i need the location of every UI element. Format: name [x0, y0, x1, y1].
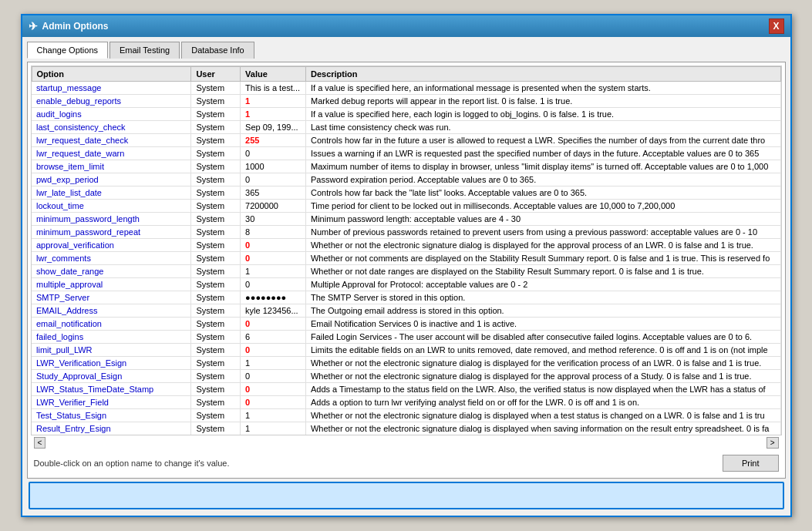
cell-user: System [191, 108, 241, 121]
table-row[interactable]: lwr_request_date_warnSystem0Issues a war… [32, 147, 780, 160]
cell-description: Whether or not the electronic signature … [305, 357, 780, 370]
scroll-left-arrow[interactable]: < [34, 437, 46, 449]
admin-options-window: ✈ Admin Options X Change Options Email T… [21, 14, 792, 517]
table-row[interactable]: Study_Approval_EsignSystem0Whether or no… [32, 370, 780, 383]
cell-option: last_consistency_check [32, 121, 191, 134]
title-bar: ✈ Admin Options X [22, 15, 790, 37]
table-row[interactable]: limit_pull_LWRSystem0Limits the editable… [32, 344, 780, 357]
table-row[interactable]: EMAIL_AddressSystemkyle 123456...The Out… [32, 304, 780, 318]
cell-option: SMTP_Server [32, 291, 191, 304]
table-row[interactable]: LWR_Status_TimeDate_StampSystem0Adds a T… [32, 383, 780, 396]
tab-database-info[interactable]: Database Info [181, 42, 254, 59]
cell-user: System [191, 278, 241, 291]
cell-user: System [191, 318, 241, 331]
cell-option: lwr_request_date_check [32, 134, 191, 147]
cell-value: 7200000 [241, 200, 306, 213]
cell-user: System [191, 331, 241, 344]
table-row[interactable]: approval_verificationSystem0Whether or n… [32, 239, 780, 252]
cell-value: 8 [241, 226, 306, 239]
cell-value: 0 [241, 344, 306, 357]
table-row[interactable]: lockout_timeSystem7200000Time period for… [32, 200, 780, 213]
cell-user: System [191, 370, 241, 383]
table-row[interactable]: SMTP_ServerSystem●●●●●●●●The SMTP Server… [32, 291, 780, 304]
cell-option: Test_Status_Esign [32, 409, 191, 422]
cell-value: 1 [241, 409, 306, 422]
cell-description: Marked debug reports will appear in the … [305, 95, 780, 108]
cell-description: Controls how far in the future a user is… [305, 134, 780, 147]
table-row[interactable]: show_date_rangeSystem1Whether or not dat… [32, 265, 780, 278]
cell-option: failed_logins [32, 331, 191, 344]
cell-value: 365 [241, 187, 306, 200]
tab-bar: Change Options Email Testing Database In… [27, 42, 786, 59]
cell-user: System [191, 121, 241, 134]
table-row[interactable]: enable_debug_reportsSystem1Marked debug … [32, 95, 780, 108]
table-row[interactable]: email_notificationSystem0Email Notificat… [32, 318, 780, 331]
cell-value: 0 [241, 278, 306, 291]
print-button[interactable]: Print [723, 455, 779, 472]
table-row[interactable]: browse_item_limitSystem1000Maximum numbe… [32, 160, 780, 173]
table-row[interactable]: LWR_Verification_EsignSystem1Whether or … [32, 357, 780, 370]
options-table-container[interactable]: Option User Value Description startup_me… [31, 66, 782, 435]
cell-option: lwr_late_list_date [32, 187, 191, 200]
cell-value: Sep 09, 199... [241, 121, 306, 134]
cell-option: Study_Approval_Esign [32, 370, 191, 383]
table-row[interactable]: last_consistency_checkSystemSep 09, 199.… [32, 121, 780, 134]
scroll-right-arrow[interactable]: > [767, 437, 779, 449]
cell-option: lwr_comments [32, 252, 191, 265]
close-button[interactable]: X [769, 18, 784, 34]
cell-user: System [191, 134, 241, 147]
cell-description: Number of previous passwords retained to… [305, 226, 780, 239]
col-header-option: Option [32, 67, 191, 82]
table-row[interactable]: audit_loginsSystem1If a value is specifi… [32, 108, 780, 121]
cell-value: 1 [241, 95, 306, 108]
cell-description: Adds a option to turn lwr verifying anal… [305, 396, 780, 409]
table-row[interactable]: startup_messageSystemThis is a test...If… [32, 82, 780, 95]
table-row[interactable]: pwd_exp_periodSystem0Password expiration… [32, 173, 780, 187]
cell-user: System [191, 409, 241, 422]
tab-email-testing[interactable]: Email Testing [110, 42, 180, 59]
table-row[interactable]: lwr_commentsSystem0Whether or not commen… [32, 252, 780, 265]
cell-option: lockout_time [32, 200, 191, 213]
cell-value: 0 [241, 239, 306, 252]
cell-user: System [191, 95, 241, 108]
cell-user: System [191, 383, 241, 396]
cell-option: audit_logins [32, 108, 191, 121]
cell-option: lwr_request_date_warn [32, 147, 191, 160]
cell-option: approval_verification [32, 239, 191, 252]
cell-value: 1 [241, 357, 306, 370]
cell-description: Email Notification Services 0 is inactiv… [305, 318, 780, 331]
tab-content-change-options: Option User Value Description startup_me… [27, 62, 786, 479]
table-row[interactable]: failed_loginsSystem6Failed Login Service… [32, 331, 780, 344]
cell-value: 0 [241, 252, 306, 265]
cell-user: System [191, 291, 241, 304]
cell-description: Last time consistency check was run. [305, 121, 780, 134]
table-row[interactable]: LWR_Verifier_FieldSystem0Adds a option t… [32, 396, 780, 409]
table-row[interactable]: multiple_approvalSystem0Multiple Approva… [32, 278, 780, 291]
footer-hint: Double-click on an option name to change… [34, 459, 230, 468]
cell-value: 30 [241, 213, 306, 226]
table-row[interactable]: Result_Entry_EsignSystem1Whether or not … [32, 422, 780, 435]
tab-change-options[interactable]: Change Options [27, 42, 109, 59]
window-content: Change Options Email Testing Database In… [22, 37, 790, 516]
table-row[interactable]: minimum_password_repeatSystem8Number of … [32, 226, 780, 239]
cell-user: System [191, 304, 241, 318]
options-table: Option User Value Description startup_me… [32, 66, 781, 435]
table-row[interactable]: lwr_late_list_dateSystem365Controls how … [32, 187, 780, 200]
cell-description: Whether or not the electronic signature … [305, 409, 780, 422]
cell-option: browse_item_limit [32, 160, 191, 173]
cell-option: startup_message [32, 82, 191, 95]
table-footer: Double-click on an option name to change… [31, 450, 782, 475]
cell-description: Password expiration period. Acceptable v… [305, 173, 780, 187]
cell-description: Multiple Approval for Protocol: acceptab… [305, 278, 780, 291]
table-row[interactable]: Test_Status_EsignSystem1Whether or not t… [32, 409, 780, 422]
col-header-description: Description [305, 67, 780, 82]
cell-value: 0 [241, 173, 306, 187]
cell-value: This is a test... [241, 82, 306, 95]
cell-description: Controls how far back the "late list" lo… [305, 187, 780, 200]
cell-user: System [191, 226, 241, 239]
table-row[interactable]: minimum_password_lengthSystem30Minimum p… [32, 213, 780, 226]
cell-user: System [191, 265, 241, 278]
cell-description: Whether or not the electronic signature … [305, 370, 780, 383]
table-row[interactable]: lwr_request_date_checkSystem255Controls … [32, 134, 780, 147]
cell-option: limit_pull_LWR [32, 344, 191, 357]
